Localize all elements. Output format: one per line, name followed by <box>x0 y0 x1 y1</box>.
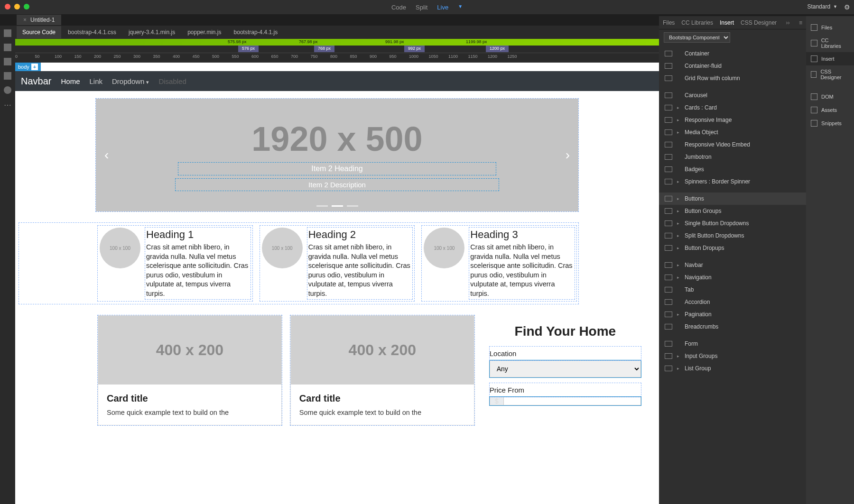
insert-item[interactable]: ▸Navigation <box>659 271 806 284</box>
card-text[interactable]: Some quick example text to build on the <box>299 409 465 416</box>
feature-heading[interactable]: Heading 1 <box>146 229 250 241</box>
page-navbar[interactable]: Navbar Home Link Dropdown Disabled <box>15 71 659 91</box>
indicator-dot[interactable] <box>332 205 343 207</box>
carousel-hero[interactable]: ‹ › 1920 x 500 Item 2 Heading Item 2 Des… <box>96 99 578 211</box>
insert-item[interactable]: Responsive Video Embed <box>659 138 806 151</box>
panel-tab-cc[interactable]: CC Libraries <box>681 19 713 26</box>
file-icon[interactable] <box>4 29 11 37</box>
add-element-icon[interactable]: + <box>31 64 38 70</box>
navbar-brand[interactable]: Navbar <box>21 76 51 87</box>
insert-item[interactable]: ▸Single Button Dropdowns <box>659 217 806 229</box>
breakpoint-marker[interactable]: 992 px <box>404 46 425 52</box>
insert-item[interactable]: Container-fluid <box>659 60 806 72</box>
related-file-tab[interactable]: bootstrap-4.4.1.css <box>62 26 122 38</box>
feature-text[interactable]: Cras sit amet nibh libero, in gravida nu… <box>470 243 574 298</box>
document-tab[interactable]: × Untitled-1 <box>17 15 61 25</box>
card-title[interactable]: Card title <box>299 393 465 404</box>
close-icon[interactable] <box>5 4 10 9</box>
breakpoint-marker[interactable]: 768 px <box>314 46 334 52</box>
insert-item[interactable]: ▸List Group <box>659 362 806 375</box>
related-file-tab[interactable]: bootstrap-4.4.1.js <box>228 26 284 38</box>
dock-panel-button[interactable]: CSS Designer <box>806 65 854 83</box>
feature-item[interactable]: 100 x 100 Heading 1Cras sit amet nibh li… <box>98 226 252 301</box>
insert-item[interactable]: Form <box>659 338 806 350</box>
indicator-dot[interactable] <box>347 205 358 207</box>
find-home-form[interactable]: Find Your Home Location Any Price From $ <box>483 315 648 425</box>
dom-icon[interactable] <box>4 72 11 80</box>
related-file-tab[interactable]: Source Code <box>17 26 61 38</box>
design-surface[interactable]: body + Navbar Home Link Dropdown Disable… <box>15 63 659 504</box>
price-input-group[interactable]: $ <box>490 397 641 405</box>
indicator-dot[interactable] <box>316 205 328 207</box>
card[interactable]: 400 x 200 Card titleSome quick example t… <box>98 315 282 425</box>
location-select[interactable]: Any <box>490 360 641 377</box>
feature-heading[interactable]: Heading 3 <box>470 229 574 241</box>
panel-tab-files[interactable]: Files <box>663 19 675 26</box>
insert-category-dropdown[interactable]: Bootstrap Components <box>659 29 806 46</box>
carousel-description[interactable]: Item 2 Description <box>175 178 499 191</box>
insert-item[interactable]: Tab <box>659 284 806 296</box>
dock-panel-button[interactable]: Assets <box>806 103 854 117</box>
gear-icon[interactable]: ⚙ <box>844 3 850 11</box>
panel-tab-css[interactable]: CSS Designer <box>741 19 777 26</box>
dock-panel-button[interactable]: Snippets <box>806 117 854 130</box>
carousel-heading[interactable]: Item 2 Heading <box>178 162 496 175</box>
target-icon[interactable] <box>4 86 11 94</box>
insert-item[interactable]: Jumbotron <box>659 151 806 163</box>
insert-item[interactable]: ▸Spinners : Border Spinner <box>659 175 806 188</box>
insert-item[interactable]: Container <box>659 47 806 60</box>
css-icon[interactable] <box>4 58 11 65</box>
cards-row[interactable]: 400 x 200 Card titleSome quick example t… <box>98 315 648 425</box>
card-title[interactable]: Card title <box>107 393 273 404</box>
insert-item[interactable]: ▸Cards : Card <box>659 101 806 114</box>
view-live-dropdown-icon[interactable]: ▼ <box>458 4 463 11</box>
insert-item[interactable]: Breadcrumbs <box>659 321 806 333</box>
insert-item[interactable]: Carousel <box>659 89 806 101</box>
view-split[interactable]: Split <box>416 4 427 11</box>
insert-item[interactable]: ▸Pagination <box>659 308 806 321</box>
view-live[interactable]: Live <box>437 4 448 11</box>
insert-category-select[interactable]: Bootstrap Components <box>664 32 730 43</box>
insert-item[interactable]: ▸Split Button Dropdowns <box>659 229 806 242</box>
view-code[interactable]: Code <box>391 4 406 11</box>
close-tab-icon[interactable]: × <box>23 17 27 23</box>
feature-item[interactable]: 100 x 100 Heading 2Cras sit amet nibh li… <box>260 226 415 301</box>
insert-item[interactable]: ▸Buttons <box>659 192 806 205</box>
breakpoint-marker[interactable]: 576 px <box>238 46 259 52</box>
dock-panel-button[interactable]: DOM <box>806 90 854 103</box>
related-file-tab[interactable]: popper.min.js <box>182 26 227 38</box>
panel-menu-icon[interactable]: ≡ <box>799 19 802 26</box>
minimize-icon[interactable] <box>14 4 20 9</box>
insert-item[interactable]: ▸Input Groups <box>659 350 806 362</box>
carousel-indicators[interactable] <box>316 205 358 207</box>
insert-item[interactable]: ▸Responsive Image <box>659 114 806 126</box>
more-tools-icon[interactable]: ⋯ <box>4 101 11 110</box>
carousel-next-icon[interactable]: › <box>566 147 570 163</box>
breakpoint-marker[interactable]: 1200 px <box>486 46 509 52</box>
mq-segment[interactable] <box>15 39 659 46</box>
card-text[interactable]: Some quick example text to build on the <box>107 409 273 416</box>
maximize-icon[interactable] <box>24 4 29 9</box>
feature-heading[interactable]: Heading 2 <box>308 229 412 241</box>
panel-tab-insert[interactable]: Insert <box>720 19 734 26</box>
dock-panel-button[interactable]: Insert <box>806 52 854 65</box>
feature-item[interactable]: 100 x 100 Heading 3Cras sit amet nibh li… <box>422 226 576 301</box>
nav-link[interactable]: Link <box>90 77 103 85</box>
insert-item[interactable]: ▸Media Object <box>659 126 806 138</box>
related-file-tab[interactable]: jquery-3.4.1.min.js <box>123 26 181 38</box>
element-tag-body[interactable]: body + <box>15 63 41 71</box>
dock-panel-button[interactable]: CC Libraries <box>806 34 854 52</box>
dock-panel-button[interactable]: Files <box>806 21 854 34</box>
insert-item[interactable]: ▸Button Dropups <box>659 242 806 254</box>
nav-dropdown[interactable]: Dropdown <box>112 77 149 85</box>
insert-item[interactable]: Badges <box>659 163 806 175</box>
manage-sites-icon[interactable] <box>4 44 11 51</box>
panel-collapse-icon[interactable]: ›› <box>786 19 790 26</box>
insert-item[interactable]: ▸Navbar <box>659 259 806 271</box>
carousel-prev-icon[interactable]: ‹ <box>104 147 109 163</box>
card[interactable]: 400 x 200 Card titleSome quick example t… <box>290 315 474 425</box>
nav-link-home[interactable]: Home <box>61 77 80 85</box>
workspace-menu[interactable]: Standard ▼ <box>807 3 837 10</box>
insert-item[interactable]: Accordion <box>659 296 806 308</box>
insert-item[interactable]: ▸Button Groups <box>659 205 806 217</box>
